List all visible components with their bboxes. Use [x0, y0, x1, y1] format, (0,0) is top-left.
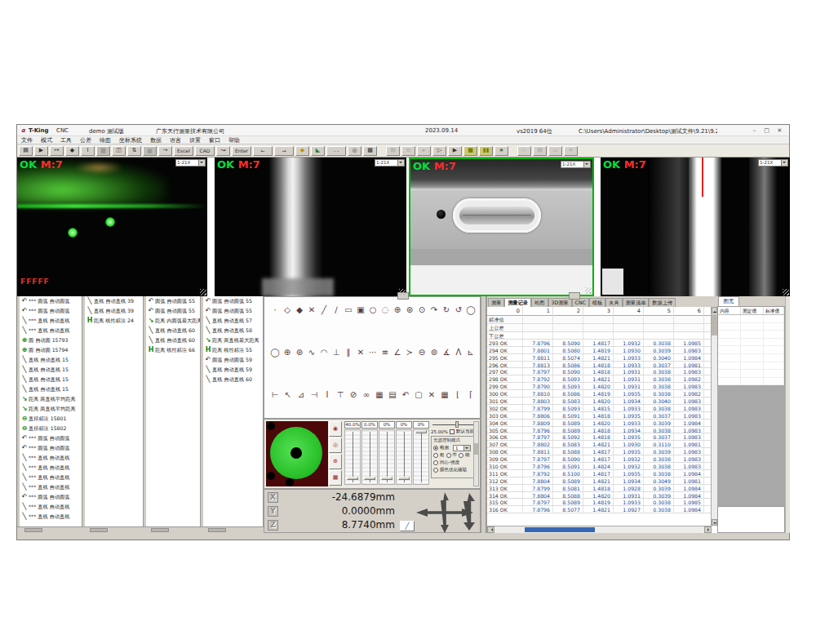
tool-icon[interactable]: ▤: [387, 389, 398, 403]
tool-icon[interactable]: ∕: [330, 304, 342, 318]
tool-icon[interactable]: ◯: [269, 346, 281, 361]
feature-list-item[interactable]: ╲*** 直线 自动直线: [17, 482, 82, 492]
toolbar-button[interactable]: ≡: [401, 146, 415, 156]
level-radio[interactable]: [459, 453, 463, 458]
tool-icon[interactable]: ◆: [294, 304, 305, 318]
element-row[interactable]: [718, 362, 784, 371]
tool-icon[interactable]: I: [322, 389, 333, 403]
light-slider[interactable]: 0%: [413, 421, 429, 485]
tool-icon[interactable]: ⊙: [416, 304, 428, 318]
toolbar-button[interactable]: ▶: [448, 146, 462, 156]
tool-icon[interactable]: ∞: [361, 389, 372, 403]
toolbar-button[interactable]: ▮▮: [479, 146, 493, 156]
toolbar-button[interactable]: ▩: [363, 146, 377, 156]
option-radio[interactable]: [433, 468, 438, 473]
resize-grip[interactable]: [783, 289, 789, 295]
level-radio[interactable]: [433, 453, 438, 458]
tool-icon[interactable]: ⊥: [330, 346, 342, 361]
magnification-select[interactable]: 1-21X: [375, 159, 405, 167]
tool-icon[interactable]: ⌈: [465, 389, 477, 403]
toolbar-button[interactable]: Enter: [232, 146, 251, 156]
tool-icon[interactable]: ⊿: [295, 389, 307, 403]
feature-list-item[interactable]: ╲直线 自动直线 15: [17, 384, 82, 394]
feature-list-item[interactable]: ╲*** 直线 自动直线: [17, 502, 82, 512]
toolbar-button[interactable]: ↦: [50, 146, 64, 156]
column-header[interactable]: 5: [644, 307, 674, 316]
feature-list-item[interactable]: ╲*** 直线 自动直线: [17, 316, 82, 326]
feature-list-item[interactable]: ╲直线 自动直线 39: [82, 296, 143, 306]
tool-icon[interactable]: ↶: [400, 389, 411, 403]
element-row[interactable]: [718, 354, 784, 362]
table-row[interactable]: 310 OK 7.8796 8.5091 1.4824 1.0932 0.303…: [487, 463, 717, 470]
scroll-down-icon[interactable]: [712, 519, 717, 526]
menu-item[interactable]: 坐标系统: [115, 136, 146, 144]
feature-list-item[interactable]: ↶圆弧 自动圆弧 55: [201, 306, 263, 316]
feature-list-item[interactable]: ╲*** 直线 自动直线: [17, 326, 82, 335]
list-scrollbar[interactable]: [17, 526, 82, 533]
feature-list-item[interactable]: ╲直线 自动直线 58: [201, 326, 263, 335]
table-row[interactable]: 309 OK 7.8797 8.5090 1.4817 1.0932 0.303…: [487, 455, 717, 463]
element-row[interactable]: [718, 370, 784, 378]
toolbar-button[interactable]: ▷: [517, 146, 531, 156]
default-mode-checkbox[interactable]: [450, 429, 455, 434]
splitter-handle[interactable]: [569, 292, 580, 300]
feature-list-item[interactable]: H距离 线性标注 55: [201, 345, 263, 355]
chevron-down-icon[interactable]: [397, 160, 404, 166]
element-row[interactable]: [718, 378, 784, 386]
toolbar-button[interactable]: ◎: [348, 146, 361, 156]
toolbar-button[interactable]: I: [81, 146, 95, 156]
tool-icon[interactable]: ⊕: [282, 346, 293, 361]
close-button[interactable]: ✕: [774, 127, 785, 134]
table-row[interactable]: 313 OK 7.8799 8.5081 1.4818 1.0928 0.303…: [487, 485, 717, 492]
feature-list-item[interactable]: ╲直线 自动直线 59: [201, 365, 263, 375]
light-mode-button[interactable]: ◎: [329, 437, 342, 453]
minimize-button[interactable]: –: [749, 127, 760, 134]
menu-item[interactable]: 文件: [17, 136, 37, 144]
toolbar-button[interactable]: ▶: [34, 146, 48, 156]
light-slider[interactable]: 0%: [396, 421, 412, 485]
tool-icon[interactable]: ◌: [379, 304, 391, 318]
light-slider-track[interactable]: [413, 429, 429, 485]
vscroll-thumb[interactable]: [712, 314, 717, 335]
table-row[interactable]: 上公差: [487, 324, 717, 332]
menu-item[interactable]: 绘图: [95, 136, 115, 144]
table-row[interactable]: 297 OK 7.8797 8.5090 1.4818 1.0931 0.303…: [487, 368, 717, 375]
tool-icon[interactable]: ⊣: [308, 389, 320, 403]
feature-list-item[interactable]: ↶*** 圆弧 自动圆弧: [17, 296, 82, 306]
toolbar-button[interactable]: ◫: [112, 146, 126, 156]
detect-value-select[interactable]: 1: [453, 445, 471, 451]
table-row[interactable]: 293 OK 7.8796 8.5090 1.4817 1.0932 0.303…: [487, 340, 717, 347]
feature-list-item[interactable]: ↶*** 圆弧 自动圆弧: [17, 433, 82, 443]
table-row[interactable]: 298 OK 7.8792 8.5093 1.4821 1.0931 0.303…: [487, 375, 717, 383]
table-row[interactable]: 305 OK 7.8796 8.5089 1.4818 1.0934 0.303…: [487, 427, 717, 434]
record-tab[interactable]: 测量清单: [623, 298, 650, 307]
resize-grip[interactable]: [585, 287, 592, 294]
magnification-select[interactable]: 1-21X: [175, 159, 206, 167]
feature-list-item[interactable]: ↶圆弧 自动圆弧 59: [201, 355, 263, 365]
element-row-selected[interactable]: [718, 315, 784, 323]
record-tab[interactable]: 夹具: [605, 298, 622, 307]
tool-icon[interactable]: ⊖: [416, 346, 428, 361]
table-row[interactable]: 314 OK 7.8804 8.5088 1.4820 1.0931 0.303…: [487, 492, 717, 500]
x-axis-button[interactable]: X: [268, 492, 278, 503]
tool-icon[interactable]: ≻: [404, 346, 415, 361]
toolbar-button[interactable]: ◆: [65, 146, 79, 156]
tool-icon[interactable]: ✕: [355, 346, 366, 361]
toolbar-button[interactable]: ◣: [311, 146, 325, 156]
feature-list-item[interactable]: H距离 线性标注 66: [144, 345, 200, 355]
toolbar-button[interactable]: →: [274, 146, 294, 156]
table-row[interactable]: 312 OK 7.8804 8.5089 1.4821 1.0934 0.304…: [487, 477, 717, 485]
element-panel-scrollbar[interactable]: [785, 296, 790, 533]
trend-chart-button[interactable]: ╱: [400, 521, 415, 531]
light-slider[interactable]: 0.0%: [361, 421, 378, 485]
table-row[interactable]: 315 OK 7.8797 8.5089 1.4819 1.0933 0.303…: [487, 499, 717, 506]
toolbar-button[interactable]: ▸: [417, 146, 431, 156]
column-header[interactable]: 0: [487, 307, 523, 316]
tool-icon[interactable]: ↺: [453, 304, 464, 318]
toolbar-button[interactable]: - -: [326, 146, 346, 156]
table-row[interactable]: 标准值: [487, 316, 717, 324]
table-row[interactable]: 下公差: [487, 332, 717, 340]
light-slider-track[interactable]: [396, 429, 412, 485]
camera-view-2[interactable]: OK M:7 1-21X: [215, 158, 406, 296]
tool-icon[interactable]: ∥: [343, 346, 354, 361]
